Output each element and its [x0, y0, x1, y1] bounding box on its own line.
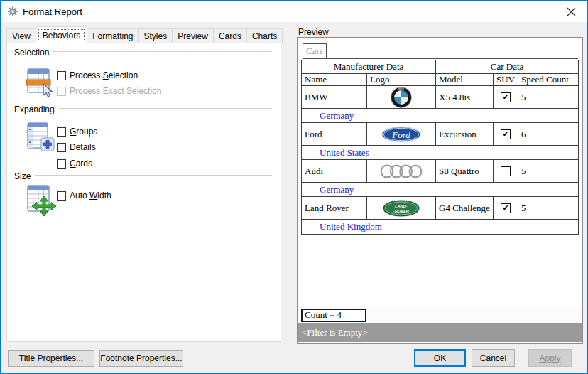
process-selection-checkbox[interactable]: [57, 71, 66, 80]
table-row: Audi S8 Quattro 5: [302, 160, 578, 183]
groups-checkbox-row[interactable]: Groups: [57, 126, 97, 137]
preview-grid: Manufacturer Data Car Data Name Logo Mod…: [301, 60, 579, 235]
group-row-label: United Kingdom: [302, 220, 578, 234]
column-header-name: Name: [302, 74, 367, 85]
cell-model: G4 Challenge: [436, 197, 494, 219]
cell-model: Excursion: [436, 123, 494, 145]
svg-text:LAND-: LAND-: [395, 203, 408, 208]
groups-checkbox[interactable]: [57, 127, 66, 137]
cell-speed-count: 5: [518, 86, 578, 108]
cell-logo: Ford: [367, 123, 436, 145]
window-title: Format Report: [23, 6, 82, 17]
table-row: Land Rover LAND- -ROVER G4 Challenge ✔ 5: [302, 197, 578, 220]
cell-name: Audi: [302, 160, 367, 182]
cancel-button[interactable]: Cancel: [472, 349, 515, 367]
selection-group-title: Selection: [14, 48, 49, 58]
svg-text:-ROVER: -ROVER: [393, 208, 409, 213]
cell-speed-count: 5: [518, 160, 578, 182]
cell-name: Ford: [302, 123, 367, 145]
behaviors-tab-page: Selection Process Selection Process Exac…: [6, 41, 281, 342]
group-divider: [59, 108, 272, 111]
column-header-logo: Logo: [367, 74, 436, 85]
cell-suv: ✔: [494, 123, 518, 145]
suv-checkbox-unchecked: [501, 166, 511, 176]
cell-suv: ✔: [494, 86, 518, 108]
table-selection-icon: [24, 66, 57, 99]
details-checkbox-row[interactable]: Details: [57, 141, 96, 153]
group-row-label: Germany: [302, 109, 578, 122]
ok-button[interactable]: OK: [414, 349, 466, 367]
table-row: Ford Ford Excursion ✔ 6: [302, 123, 578, 146]
close-button[interactable]: [560, 4, 582, 19]
filter-status-bar: <Filter is Empty>: [298, 323, 582, 342]
preview-label: Preview: [298, 27, 329, 37]
group-row: Germany: [302, 109, 578, 123]
cell-logo: BMW: [367, 86, 436, 108]
suv-checkbox-checked: ✔: [501, 203, 511, 213]
table-expand-icon: [24, 121, 57, 154]
process-selection-checkbox-row[interactable]: Process Selection: [57, 70, 138, 81]
process-exact-selection-checkbox-row: Process Exact Selection: [57, 85, 161, 97]
table-resize-icon: [24, 184, 57, 217]
size-group-caption: Size: [14, 171, 275, 181]
cell-speed-count: 6: [518, 123, 578, 145]
tab-behaviors[interactable]: Behaviors: [36, 26, 87, 44]
column-header-speed-count: Speed Count: [518, 74, 578, 85]
tab-cards[interactable]: Cards: [213, 28, 247, 43]
cell-speed-count: 5: [518, 197, 578, 219]
size-group-title: Size: [14, 171, 31, 181]
format-report-dialog: Format Report View Behaviors Formatting …: [0, 0, 588, 374]
details-label: Details: [70, 142, 96, 152]
cell-suv: [494, 160, 518, 182]
preview-cars-tab: Cars: [303, 43, 327, 59]
cards-checkbox[interactable]: [57, 159, 66, 169]
suv-checkbox-checked: ✔: [501, 92, 511, 102]
auto-width-label: Auto Width: [70, 191, 111, 201]
band-car-data: Car Data: [436, 60, 578, 73]
title-properties-button[interactable]: Title Properties...: [8, 350, 94, 367]
selection-group-caption: Selection: [14, 47, 275, 58]
cards-checkbox-row[interactable]: Cards: [57, 158, 92, 169]
process-exact-selection-checkbox: [57, 87, 66, 96]
apply-button-label: Apply: [539, 353, 560, 363]
close-icon: [567, 7, 576, 16]
group-row: United Kingdom: [302, 220, 578, 234]
cell-suv: ✔: [494, 197, 518, 219]
column-header-row: Name Logo Model SUV Speed Count: [302, 74, 578, 86]
tab-view[interactable]: View: [6, 28, 36, 43]
svg-text:BMW: BMW: [398, 87, 405, 90]
bmw-logo-icon: BMW: [391, 87, 412, 108]
group-divider: [35, 175, 272, 178]
tab-styles[interactable]: Styles: [138, 28, 173, 43]
band-header-row: Manufacturer Data Car Data: [302, 60, 578, 74]
expanding-group-title: Expanding: [14, 105, 55, 114]
column-header-suv: SUV: [494, 74, 518, 85]
grid-footer: Count = 4: [298, 306, 582, 323]
auto-width-checkbox-row[interactable]: Auto Width: [57, 190, 111, 201]
suv-checkbox-checked: ✔: [501, 129, 511, 139]
land-rover-logo-icon: LAND- -ROVER: [383, 200, 420, 217]
cell-logo: [367, 160, 436, 182]
groups-label: Groups: [70, 127, 97, 137]
details-checkbox[interactable]: [57, 143, 66, 152]
group-row: Germany: [302, 183, 578, 197]
tab-preview[interactable]: Preview: [172, 28, 214, 43]
table-row: BMW BMW X5 4.8is ✔ 5: [302, 86, 578, 109]
auto-width-checkbox[interactable]: [57, 191, 66, 201]
footnote-properties-button[interactable]: Footnote Properties...: [99, 350, 183, 367]
grid-right-border: [577, 241, 577, 306]
cell-logo: LAND- -ROVER: [367, 197, 436, 219]
band-manufacturer-data: Manufacturer Data: [302, 60, 436, 73]
tab-formatting[interactable]: Formatting: [87, 28, 138, 43]
cell-model: S8 Quattro: [436, 160, 494, 182]
ford-logo-icon: Ford: [381, 127, 421, 142]
cell-name: BMW: [302, 86, 367, 108]
tab-charts[interactable]: Charts: [246, 28, 283, 43]
title-bar: Format Report: [1, 1, 587, 22]
group-row-label: United States: [302, 146, 578, 159]
footer-count-summary: Count = 4: [301, 309, 366, 322]
group-row: United States: [302, 146, 578, 160]
gear-icon: [7, 6, 18, 17]
process-exact-selection-label: Process Exact Selection: [70, 86, 161, 96]
preview-tab-baseline: [326, 58, 578, 59]
